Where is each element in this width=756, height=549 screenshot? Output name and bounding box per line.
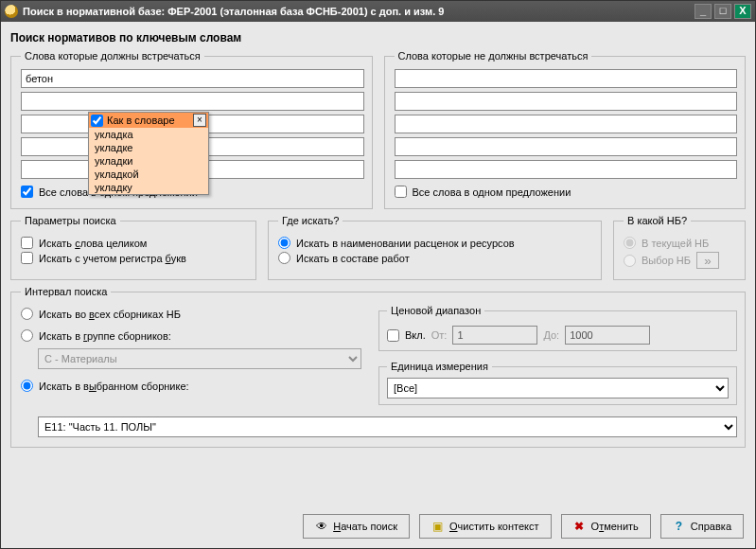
price-enable-checkbox[interactable]	[387, 329, 399, 342]
autocomplete-close-icon[interactable]: ×	[193, 114, 206, 127]
autocomplete-popup: Как в словаре × укладка укладке укладки …	[88, 112, 209, 195]
autocomplete-header: Как в словаре ×	[89, 113, 208, 128]
price-to	[565, 326, 650, 345]
where-names-radio[interactable]: Искать в наименовании расценок и ресурсо…	[278, 237, 593, 249]
clear-icon: ▣	[431, 521, 444, 533]
cancel-button[interactable]: ✖ Отменить	[561, 514, 651, 539]
titlebar: Поиск в нормативной базе: ФЕР-2001 (этал…	[1, 1, 755, 22]
whole-words-checkbox[interactable]: Искать слова целиком	[21, 237, 248, 249]
exclude-field-5[interactable]	[395, 160, 738, 179]
case-checkbox[interactable]: Искать с учетом регистра букв	[21, 252, 248, 264]
page-title: Поиск нормативов по ключевым словам	[10, 31, 746, 44]
nb-choose-row: Выбор НБ »	[624, 252, 737, 269]
unit-legend: Единица измерения	[387, 361, 492, 372]
content: Поиск нормативов по ключевым словам Слов…	[1, 22, 755, 506]
selected-collection-combo[interactable]: E11: "Часть 11. ПОЛЫ"	[38, 416, 737, 437]
help-icon: ?	[673, 521, 685, 533]
price-legend: Ценовой диапазон	[387, 305, 484, 316]
where-group: Где искать? Искать в наименовании расцен…	[268, 215, 602, 280]
exclude-field-2[interactable]	[395, 92, 738, 111]
nb-legend: В какой НБ?	[624, 215, 691, 226]
exclude-words-group: Слова которые не должны встречаться Все …	[384, 50, 747, 209]
interval-group-radio[interactable]: Искать в группе сборников:	[21, 329, 361, 342]
app-icon	[5, 5, 18, 18]
minimize-button[interactable]: _	[694, 4, 712, 19]
cancel-icon: ✖	[573, 521, 586, 533]
autocomplete-item[interactable]: укладке	[89, 141, 208, 154]
window-controls: _ □ X	[694, 4, 751, 19]
exclude-field-1[interactable]	[395, 69, 738, 88]
autocomplete-dict-checkbox[interactable]	[91, 115, 103, 127]
where-works-radio[interactable]: Искать в составе работ	[278, 252, 593, 264]
include-words-legend: Слова которые должны встречаться	[21, 50, 204, 62]
nb-choose-button: »	[696, 252, 719, 269]
unit-group: Единица измерения [Все]	[378, 361, 737, 405]
unit-combo[interactable]: [Все]	[387, 378, 729, 398]
buttons-bar: 👁 Начать поиск ▣ Очистить контекст ✖ Отм…	[1, 506, 755, 548]
autocomplete-item[interactable]: укладку	[89, 181, 208, 194]
autocomplete-item[interactable]: укладки	[89, 154, 208, 168]
interval-all-radio[interactable]: Искать во всех сборниках НБ	[21, 308, 361, 320]
price-from	[452, 326, 537, 345]
include-field-2[interactable]	[21, 92, 364, 111]
nb-group: В какой НБ? В текущей НБ Выбор НБ »	[613, 215, 746, 280]
interval-selected-radio[interactable]: Искать в выбранном сборнике:	[21, 380, 361, 392]
include-field-1[interactable]	[21, 69, 364, 88]
autocomplete-item[interactable]: укладка	[89, 128, 208, 141]
help-button[interactable]: ? Справка	[660, 514, 744, 539]
maximize-button[interactable]: □	[714, 4, 731, 19]
exclude-field-3[interactable]	[395, 115, 738, 133]
search-params-legend: Параметры поиска	[21, 215, 120, 226]
exclude-field-4[interactable]	[395, 137, 738, 156]
nb-current-radio: В текущей НБ	[624, 237, 737, 249]
window-title: Поиск в нормативной базе: ФЕР-2001 (этал…	[23, 6, 444, 17]
group-combo: С - Материалы	[38, 348, 361, 369]
autocomplete-item[interactable]: укладкой	[89, 168, 208, 181]
exclude-all-words-checkbox[interactable]: Все слова в одном предложении	[395, 186, 738, 198]
search-params-group: Параметры поиска Искать слова целиком Ис…	[10, 215, 256, 280]
interval-group: Интервал поиска Искать во всех сборниках…	[10, 286, 746, 448]
window: Поиск в нормативной базе: ФЕР-2001 (этал…	[0, 0, 756, 549]
search-button[interactable]: 👁 Начать поиск	[303, 514, 410, 539]
clear-button[interactable]: ▣ Очистить контекст	[419, 514, 552, 539]
price-group: Ценовой диапазон Вкл. От: До:	[378, 305, 737, 351]
binoculars-icon: 👁	[315, 521, 327, 533]
close-button[interactable]: X	[734, 4, 751, 19]
where-legend: Где искать?	[278, 215, 343, 226]
exclude-words-legend: Слова которые не должны встречаться	[395, 50, 592, 62]
interval-legend: Интервал поиска	[21, 286, 111, 297]
